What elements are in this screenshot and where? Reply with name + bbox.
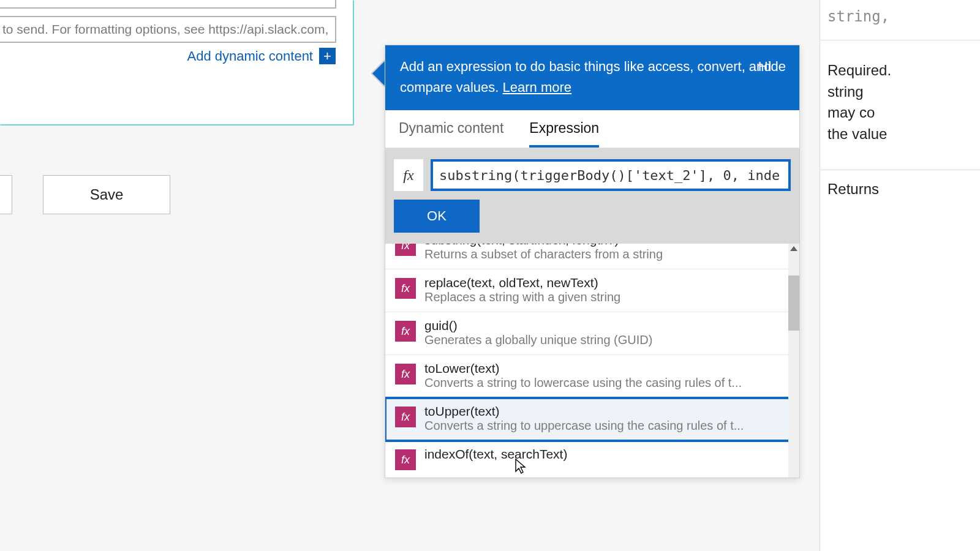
- tab-dynamic-content[interactable]: Dynamic content: [399, 120, 503, 148]
- fx-badge-icon: fx: [395, 449, 416, 470]
- add-dynamic-content-row: Add dynamic content +: [187, 48, 336, 64]
- function-desc: Converts a string to uppercase using the…: [424, 419, 744, 433]
- function-name: guid(): [424, 318, 652, 333]
- doc-body: Required. string may co the value: [827, 60, 980, 145]
- doc-top-fragment: string,: [827, 6, 980, 28]
- function-desc: Generates a globally unique string (GUID…: [424, 333, 652, 347]
- button-fragment: [0, 175, 12, 214]
- learn-more-link[interactable]: Learn more: [503, 80, 572, 95]
- function-desc: Converts a string to lowercase using the…: [424, 376, 742, 390]
- function-name: replace(text, oldText, newText): [424, 276, 620, 290]
- function-desc: Replaces a string with a given string: [424, 290, 620, 304]
- function-item-toupper[interactable]: fx toUpper(text) Converts a string to up…: [385, 398, 799, 441]
- callout-pointer: [372, 61, 385, 86]
- fx-badge-icon: fx: [395, 244, 416, 256]
- fx-badge-icon: fx: [395, 278, 416, 299]
- documentation-panel: string, Required. string may co the valu…: [820, 0, 980, 551]
- expression-input[interactable]: [431, 159, 791, 191]
- function-item-replace[interactable]: fx replace(text, oldText, newText) Repla…: [385, 269, 799, 312]
- function-item-tolower[interactable]: fx toLower(text) Converts a string to lo…: [385, 355, 799, 398]
- function-desc: Returns a subset of characters from a st…: [424, 247, 663, 261]
- scroll-up-icon[interactable]: [790, 246, 797, 251]
- function-name: toLower(text): [424, 361, 742, 376]
- function-name: toUpper(text): [424, 404, 744, 419]
- fx-badge-icon: fx: [395, 321, 416, 342]
- expression-flyout: Add an expression to do basic things lik…: [385, 45, 800, 478]
- fx-badge-icon: fx: [395, 407, 416, 427]
- function-name: indexOf(text, searchText): [424, 447, 567, 462]
- fx-badge-icon: fx: [395, 364, 416, 384]
- function-item-indexof[interactable]: fx indexOf(text, searchText): [385, 441, 799, 478]
- function-item-guid[interactable]: fx guid() Generates a globally unique st…: [385, 312, 799, 355]
- action-card: to send. For formatting options, see htt…: [0, 0, 354, 126]
- hide-button[interactable]: Hide: [758, 56, 786, 77]
- ok-button[interactable]: OK: [394, 200, 480, 233]
- expression-bar: fx OK: [385, 148, 799, 244]
- function-item-substring[interactable]: fx substring(text, startIndex, length?) …: [385, 244, 799, 269]
- input-field-1[interactable]: [0, 0, 336, 9]
- tab-expression[interactable]: Expression: [529, 120, 599, 148]
- flyout-header-text: Add an expression to do basic things lik…: [400, 59, 772, 95]
- function-list[interactable]: fx substring(text, startIndex, length?) …: [385, 244, 799, 478]
- fx-icon: fx: [394, 159, 423, 191]
- doc-returns-fragment: Returns: [827, 181, 879, 197]
- message-text-input[interactable]: to send. For formatting options, see htt…: [0, 16, 336, 43]
- flyout-tabs: Dynamic content Expression: [385, 110, 799, 148]
- add-dynamic-content-plus-button[interactable]: +: [319, 48, 336, 64]
- scrollbar-thumb[interactable]: [788, 276, 799, 331]
- add-dynamic-content-link[interactable]: Add dynamic content: [187, 48, 313, 64]
- flyout-header: Add an expression to do basic things lik…: [385, 45, 799, 110]
- save-button[interactable]: Save: [43, 175, 170, 214]
